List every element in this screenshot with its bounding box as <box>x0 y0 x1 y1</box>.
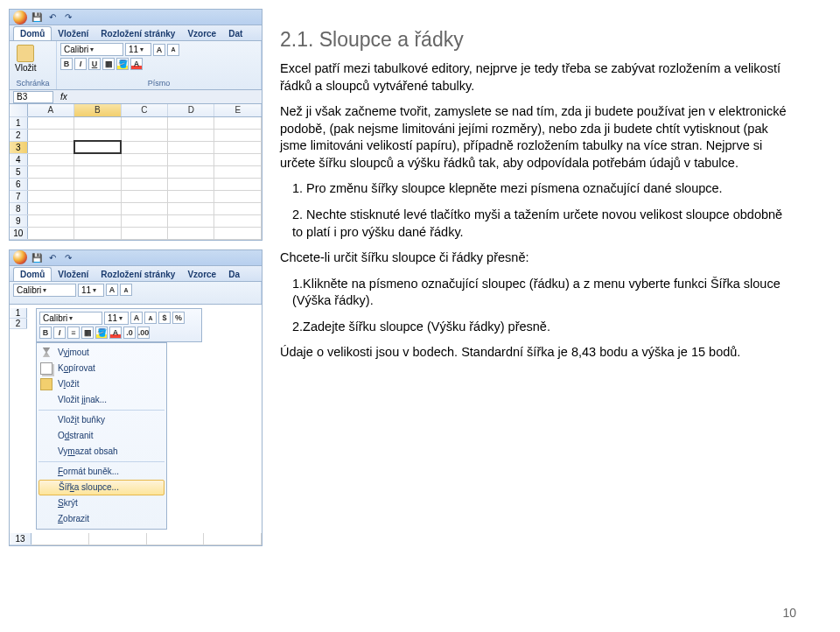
fill-color-icon: 🪣 <box>116 58 129 70</box>
undo-icon: ↶ <box>46 11 59 24</box>
blank-icon <box>40 466 52 478</box>
fill-color-icon: 🪣 <box>95 327 108 339</box>
row-header: 4 <box>10 153 27 165</box>
font-name-combo: Calibri▾ <box>13 284 76 297</box>
row-header: 3 <box>10 141 27 153</box>
italic-icon: I <box>53 327 66 339</box>
border-icon: ▦ <box>81 327 94 339</box>
office-button-icon <box>13 250 27 264</box>
context-menu-label: Vložit <box>58 379 161 389</box>
excel-screenshot-1: 💾 ↶ ↷ Domů Vložení Rozložení stránky Vzo… <box>9 9 262 241</box>
context-menu-item: Odstranit <box>38 428 164 444</box>
document-text: 2.1. Sloupce a řádky Excel patří mezi ta… <box>280 9 796 546</box>
tab-formulas: Vzorce <box>181 268 222 281</box>
redo-icon: ↷ <box>62 11 74 24</box>
decrease-font-icon: A <box>167 44 179 56</box>
tab-layout: Rozložení stránky <box>94 268 181 281</box>
context-menu-item: Kopírovat <box>38 361 164 376</box>
blank-icon <box>40 394 52 406</box>
tab-insert: Vložení <box>52 27 94 40</box>
decrease-font-icon: A <box>144 312 157 324</box>
excel-screenshot-2: 💾 ↶ ↷ Domů Vložení Rozložení stránky Vzo… <box>9 249 262 547</box>
underline-icon: U <box>88 58 101 70</box>
row-header: 13 <box>10 533 32 545</box>
context-menu-item: Vložit jinak... <box>38 392 164 408</box>
context-menu-label: Zobrazit <box>58 514 161 523</box>
blank-icon <box>40 513 52 525</box>
accounting-format-icon: $ <box>158 312 171 324</box>
tab-formulas: Vzorce <box>181 27 222 40</box>
formula-bar: B3 fx <box>10 90 262 104</box>
font-size-combo: 11▾ <box>125 43 151 56</box>
font-name-combo: Calibri▾ <box>60 43 123 56</box>
context-menu-item: Vymazat obsah <box>38 444 164 460</box>
tab-data: Da <box>222 268 246 281</box>
paste-label: Vložit <box>15 63 36 73</box>
tab-data: Dat <box>222 27 248 40</box>
blank-icon <box>41 481 53 494</box>
context-menu-label: Vymazat obsah <box>58 446 161 456</box>
row-header: 10 <box>10 227 27 239</box>
active-cell <box>74 141 121 153</box>
paste-icon <box>40 378 52 390</box>
save-icon: 💾 <box>31 251 43 263</box>
tab-layout: Rozložení stránky <box>94 27 181 40</box>
list-item: 1. Pro změnu šířky sloupce klepněte mezi… <box>280 180 796 198</box>
border-icon: ▦ <box>102 58 115 70</box>
quick-access-toolbar: 💾 ↶ ↷ <box>10 10 262 25</box>
context-menu-item: Skrýt <box>38 495 164 511</box>
decrease-font-icon: A <box>120 284 132 296</box>
group-font-label: Písmo <box>60 79 257 88</box>
context-menu-item: Šířka sloupce... <box>38 480 164 495</box>
blank-icon <box>40 430 52 442</box>
col-header: B <box>74 104 121 116</box>
page-number: 10 <box>782 606 796 620</box>
font-color-icon: A <box>109 327 122 339</box>
tab-home: Domů <box>13 26 52 40</box>
select-all-corner <box>10 104 27 116</box>
cut-icon <box>40 347 52 359</box>
redo-icon: ↷ <box>62 251 74 263</box>
tab-insert: Vložení <box>52 268 94 281</box>
copy-icon <box>40 362 52 375</box>
paragraph: Údaje o velikosti jsou v bodech. Standar… <box>280 344 796 362</box>
font-name-combo: Calibri▾ <box>39 312 102 325</box>
row-header: 7 <box>10 190 27 202</box>
context-menu-label: Kopírovat <box>58 363 161 373</box>
blank-icon <box>40 446 52 458</box>
paragraph: Excel patří mezi tabulkové editory, nejp… <box>280 60 796 95</box>
context-menu-label: Vyjmout <box>58 348 161 357</box>
increase-font-icon: A <box>106 284 118 296</box>
paste-icon <box>17 45 34 62</box>
heading: 2.1. Sloupce a řádky <box>280 26 796 53</box>
percent-format-icon: % <box>172 312 185 324</box>
list-item: 2.Zadejte šířku sloupce (Výšku řádky) př… <box>280 319 796 336</box>
context-menu-label: Vložit buňky <box>58 415 161 425</box>
paste-button: Vložit <box>13 43 38 74</box>
mini-toolbar: Calibri▾ 11▾ A A $ % B I ≡ ▦ 🪣 A <box>36 308 202 342</box>
name-box: B3 <box>13 91 53 103</box>
row-header: 1 <box>10 116 27 129</box>
col-header: A <box>27 104 74 116</box>
list-item: 1.Klikněte na písmeno označující sloupec… <box>280 276 796 310</box>
blank-icon <box>40 414 52 426</box>
col-header: E <box>214 104 262 116</box>
increase-font-icon: A <box>153 44 165 56</box>
increase-font-icon: A <box>130 312 143 324</box>
col-header: C <box>121 104 167 116</box>
group-clipboard-label: Schránka <box>13 79 52 88</box>
context-menu-item: Formát buněk... <box>38 464 164 480</box>
row-header: 8 <box>10 202 27 214</box>
context-menu-label: Šířka sloupce... <box>59 482 160 492</box>
row-header: 9 <box>10 214 27 227</box>
fx-icon: fx <box>60 92 67 102</box>
ribbon-tabs: Domů Vložení Rozložení stránky Vzorce Da… <box>10 25 262 41</box>
office-button-icon <box>13 11 27 25</box>
context-menu: VyjmoutKopírovatVložitVložit jinak...Vlo… <box>36 342 167 530</box>
center-align-icon: ≡ <box>67 327 80 339</box>
tab-home: Domů <box>13 267 52 281</box>
font-color-icon: A <box>130 58 143 70</box>
row-header: 2 <box>10 318 27 328</box>
context-menu-item: Zobrazit <box>38 511 164 527</box>
context-menu-label: Formát buněk... <box>58 467 161 476</box>
